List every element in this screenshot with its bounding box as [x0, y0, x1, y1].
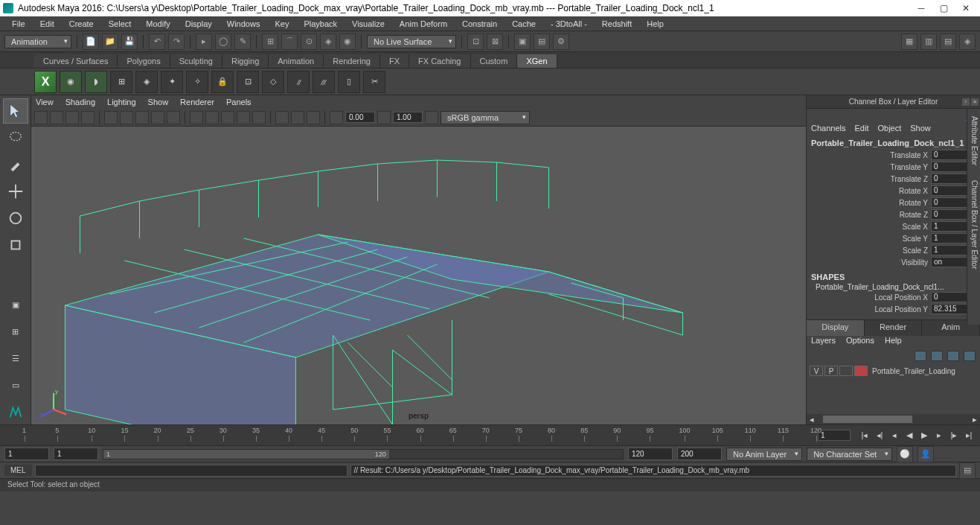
vt-gamma-icon[interactable]: [377, 111, 391, 124]
render-settings-icon[interactable]: ⚙: [553, 34, 569, 50]
view-menu-shading[interactable]: Shading: [65, 98, 95, 106]
range-end-outer[interactable]: [677, 448, 722, 460]
shelf-tab-animation[interactable]: Animation: [269, 54, 324, 68]
layout-outliner-icon[interactable]: ☰: [3, 346, 28, 371]
vt-xray-joint-icon[interactable]: [307, 111, 320, 124]
range-start-outer[interactable]: [4, 448, 49, 460]
panel-layout-4-icon[interactable]: ◈: [959, 34, 976, 50]
menu-select[interactable]: Select: [101, 19, 139, 28]
menu-display[interactable]: Display: [178, 19, 220, 28]
step-back-icon[interactable]: ◂: [888, 430, 901, 442]
close-button[interactable]: ✕: [955, 1, 977, 16]
snap-plane-icon[interactable]: ◈: [320, 34, 336, 50]
vt-image-icon[interactable]: [65, 111, 79, 124]
live-surface-combo[interactable]: No Live Surface: [367, 35, 456, 48]
panel-close-icon[interactable]: ×: [971, 98, 979, 106]
layer-new-empty-icon[interactable]: [947, 351, 959, 361]
snap-point-icon[interactable]: ⊙: [301, 34, 317, 50]
history-off-icon[interactable]: ⊠: [487, 34, 503, 50]
character-set-combo[interactable]: No Character Set: [807, 448, 892, 461]
layer-move-down-icon[interactable]: [931, 351, 943, 361]
cb-tab-channels[interactable]: Channels: [811, 124, 845, 137]
paint-tool[interactable]: [3, 152, 28, 177]
select-tool[interactable]: [3, 98, 28, 124]
menu-animdeform[interactable]: Anim Deform: [392, 19, 455, 28]
menu-redshift[interactable]: Redshift: [595, 19, 639, 28]
cb-tab-show[interactable]: Show: [910, 124, 931, 137]
select-mode-icon[interactable]: ▸: [196, 34, 212, 50]
vt-shade-icon[interactable]: [205, 111, 219, 124]
xgen-tool-4-icon[interactable]: ✧: [186, 71, 208, 93]
new-scene-icon[interactable]: 📄: [83, 34, 99, 50]
shelf-tab-sculpting[interactable]: Sculpting: [170, 54, 222, 68]
vt-color-icon[interactable]: [425, 111, 438, 124]
save-scene-icon[interactable]: 💾: [121, 34, 138, 50]
vt-expose-icon[interactable]: [330, 111, 343, 124]
minimize-button[interactable]: ─: [910, 1, 932, 16]
view-menu-show[interactable]: Show: [148, 98, 169, 106]
xgen-tool-2-icon[interactable]: ◈: [135, 71, 158, 93]
xgen-tool-5-icon[interactable]: 🔒: [211, 71, 234, 93]
layer-menu-options[interactable]: Options: [846, 336, 874, 349]
sidetab-attr-editor[interactable]: Attribute Editor: [969, 116, 979, 165]
cmd-input[interactable]: [35, 465, 348, 477]
viewport-3d[interactable]: y x z persp: [31, 127, 806, 424]
menu-create[interactable]: Create: [62, 19, 101, 28]
go-end-icon[interactable]: ▸|: [962, 430, 976, 442]
vt-2d-icon[interactable]: [81, 111, 95, 124]
menu-key[interactable]: Key: [267, 19, 296, 28]
open-scene-icon[interactable]: 📁: [102, 34, 118, 50]
step-forward-key-icon[interactable]: |▸: [947, 430, 961, 442]
script-editor-icon[interactable]: ▤: [959, 462, 976, 479]
step-forward-icon[interactable]: ▸: [932, 430, 946, 442]
menu-windows[interactable]: Windows: [220, 19, 268, 28]
menu-cache[interactable]: Cache: [505, 19, 543, 28]
cb-tab-object[interactable]: Object: [877, 124, 901, 137]
view-menu-panels[interactable]: Panels: [226, 98, 252, 106]
xgen-leaf-icon[interactable]: ◗: [85, 71, 107, 93]
vt-far-input[interactable]: [393, 112, 423, 123]
vt-wire-icon[interactable]: [190, 111, 203, 124]
layout-single-icon[interactable]: ▣: [3, 292, 28, 317]
vt-bookmark-icon[interactable]: [50, 111, 63, 124]
layer-display-type[interactable]: [839, 366, 853, 376]
xgen-description-icon[interactable]: X: [34, 71, 57, 93]
sidetab-channel-box[interactable]: Channel Box / Layer Editor: [969, 180, 979, 270]
maximize-button[interactable]: ▢: [932, 1, 955, 16]
range-slider[interactable]: 1120: [103, 449, 624, 459]
view-menu-view[interactable]: View: [36, 98, 54, 106]
shelf-tab-rendering[interactable]: Rendering: [324, 54, 380, 68]
vt-tex-icon[interactable]: [221, 111, 234, 124]
xgen-tool-9-icon[interactable]: ⫻: [313, 71, 335, 93]
cb-tab-edit[interactable]: Edit: [854, 124, 868, 137]
menu-file[interactable]: File: [4, 19, 33, 28]
layer-row[interactable]: V P Portable_Trailer_Loading: [807, 364, 980, 378]
shelf-tab-custom[interactable]: Custom: [471, 54, 518, 68]
vt-safe-icon[interactable]: [167, 111, 180, 124]
vt-shadow-icon[interactable]: [252, 111, 266, 124]
snap-live-icon[interactable]: ◉: [339, 34, 356, 50]
vt-iso-icon[interactable]: [275, 111, 289, 124]
vt-light-icon[interactable]: [237, 111, 250, 124]
autokey-icon[interactable]: ⚪: [897, 446, 913, 462]
vt-gate-icon[interactable]: [135, 111, 149, 124]
layout-persp-icon[interactable]: ▭: [3, 372, 28, 398]
vt-gamma-combo[interactable]: sRGB gamma: [441, 111, 530, 124]
workspace-selector[interactable]: Animation: [4, 35, 71, 48]
time-slider[interactable]: 1510152025303540455055606570758085909510…: [0, 424, 980, 445]
panel-undock-icon[interactable]: ▫: [962, 98, 970, 106]
render-icon[interactable]: ▣: [514, 34, 531, 50]
shelf-tab-fxcaching[interactable]: FX Caching: [409, 54, 470, 68]
layer-playback-toggle[interactable]: P: [824, 366, 838, 376]
view-menu-renderer[interactable]: Renderer: [180, 98, 214, 106]
layer-new-selected-icon[interactable]: [964, 351, 976, 361]
rotate-tool[interactable]: [3, 206, 28, 231]
paint-select-icon[interactable]: ✎: [234, 34, 251, 50]
lasso-tool[interactable]: [3, 125, 28, 150]
menu-modify[interactable]: Modify: [138, 19, 177, 28]
snap-grid-icon[interactable]: ⊞: [262, 34, 278, 50]
range-start-inner[interactable]: [54, 448, 98, 460]
vt-near-input[interactable]: [345, 112, 375, 123]
xgen-tool-8-icon[interactable]: ⫽: [287, 71, 310, 93]
current-frame-input[interactable]: [818, 430, 851, 441]
